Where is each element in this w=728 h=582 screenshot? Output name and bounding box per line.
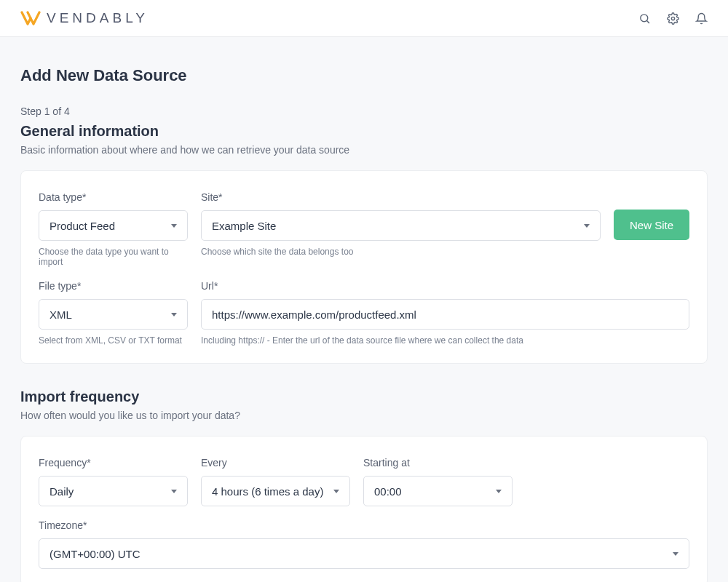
svg-point-2 — [671, 17, 674, 20]
chevron-down-icon — [584, 224, 590, 228]
section-general-title: General information — [20, 123, 708, 140]
chevron-down-icon — [171, 313, 177, 316]
file-type-label: File type* — [39, 280, 188, 292]
file-type-help: Select from XML, CSV or TXT format — [39, 335, 188, 346]
file-type-select[interactable]: XML — [39, 299, 188, 330]
page-title: Add New Data Source — [20, 66, 708, 85]
site-help: Choose which site the data belongs too — [201, 247, 601, 257]
frequency-label: Frequency* — [39, 457, 188, 469]
starting-value: 00:00 — [374, 485, 402, 498]
brand-logo[interactable]: VENDABLY — [20, 10, 149, 26]
frequency-select[interactable]: Daily — [39, 476, 188, 506]
chevron-down-icon — [673, 552, 678, 556]
chevron-down-icon — [171, 224, 177, 228]
every-select[interactable]: 4 hours (6 times a day) — [201, 476, 350, 506]
data-type-select[interactable]: Product Feed — [39, 210, 188, 241]
every-label: Every — [201, 457, 350, 469]
new-site-button[interactable]: New Site — [614, 210, 689, 240]
url-input[interactable]: https://www.example.com/productfeed.xml — [201, 299, 689, 330]
timezone-label: Timezone* — [39, 519, 689, 531]
general-card: Data type* Product Feed Choose the data … — [20, 170, 708, 364]
header-actions — [638, 12, 708, 25]
starting-select[interactable]: 00:00 — [363, 476, 513, 506]
site-label: Site* — [201, 191, 601, 203]
timezone-value: (GMT+00:00) UTC — [50, 548, 141, 560]
url-label: Url* — [201, 280, 689, 292]
section-general-desc: Basic information about where and how we… — [20, 144, 708, 156]
starting-label: Starting at — [363, 457, 513, 469]
gear-icon[interactable] — [667, 12, 679, 25]
logo-icon — [20, 10, 41, 26]
data-type-label: Data type* — [39, 191, 188, 203]
data-type-value: Product Feed — [50, 220, 115, 232]
top-header: VENDABLY — [0, 0, 728, 37]
search-icon[interactable] — [638, 12, 651, 25]
section-frequency-desc: How often would you like us to import yo… — [20, 410, 708, 421]
svg-point-0 — [641, 14, 648, 21]
svg-line-1 — [646, 20, 649, 23]
file-type-value: XML — [50, 308, 72, 321]
frequency-value: Daily — [50, 485, 74, 498]
every-value: 4 hours (6 times a day) — [212, 485, 323, 498]
timezone-select[interactable]: (GMT+00:00) UTC — [39, 538, 689, 569]
step-indicator: Step 1 of 4 — [20, 105, 708, 117]
site-select[interactable]: Example Site — [201, 210, 601, 241]
url-value: https://www.example.com/productfeed.xml — [212, 308, 416, 321]
main-container: Add New Data Source Step 1 of 4 General … — [0, 37, 728, 582]
section-frequency-title: Import frequency — [20, 388, 708, 405]
chevron-down-icon — [496, 490, 502, 493]
site-value: Example Site — [212, 220, 276, 232]
chevron-down-icon — [171, 490, 177, 493]
data-type-help: Choose the data type you want to import — [39, 247, 188, 267]
frequency-card: Frequency* Daily Every 4 hours (6 times … — [20, 436, 708, 582]
brand-name: VENDABLY — [47, 10, 149, 26]
url-help: Including https:// - Enter the url of th… — [201, 335, 689, 346]
bell-icon[interactable] — [695, 12, 708, 25]
chevron-down-icon — [333, 490, 339, 493]
